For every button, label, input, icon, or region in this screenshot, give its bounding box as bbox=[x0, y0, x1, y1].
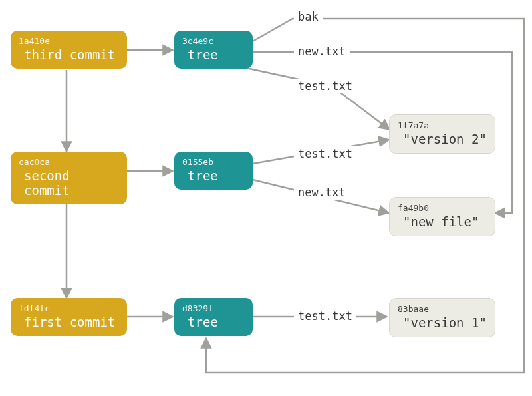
blob-hash: 1f7a7a bbox=[398, 120, 487, 130]
tree-title: tree bbox=[182, 315, 245, 329]
blob-node: fa49b0 "new file" bbox=[389, 197, 495, 236]
tree-title: tree bbox=[182, 47, 245, 62]
blob-title: "new file" bbox=[398, 214, 487, 229]
blob-hash: fa49b0 bbox=[398, 203, 487, 213]
blob-title: "version 1" bbox=[398, 315, 487, 330]
tree-node: 3c4e9c tree bbox=[174, 31, 253, 69]
edge-label-test-txt: test.txt bbox=[294, 146, 356, 161]
blob-node: 83baae "version 1" bbox=[389, 298, 495, 337]
commit-hash: cac0ca bbox=[19, 157, 119, 167]
blob-node: 1f7a7a "version 2" bbox=[389, 114, 495, 154]
blob-title: "version 2" bbox=[398, 132, 487, 146]
commit-title: third commit bbox=[19, 47, 119, 62]
tree-title: tree bbox=[182, 168, 245, 183]
tree-node: d8329f tree bbox=[174, 298, 253, 336]
tree-hash: 0155eb bbox=[182, 157, 245, 167]
commit-hash: 1a410e bbox=[19, 36, 119, 46]
blob-hash: 83baae bbox=[398, 304, 487, 314]
edge-label-bak: bak bbox=[294, 9, 323, 24]
edge-label-new-txt: new.txt bbox=[294, 44, 350, 59]
commit-node: 1a410e third commit bbox=[11, 31, 127, 69]
commit-hash: fdf4fc bbox=[19, 303, 119, 313]
edge-label-new-txt: new.txt bbox=[294, 185, 350, 200]
edge-label-test-txt: test.txt bbox=[294, 79, 356, 93]
commit-node: fdf4fc first commit bbox=[11, 298, 127, 336]
edge-label-test-txt: test.txt bbox=[294, 309, 356, 323]
tree-hash: 3c4e9c bbox=[182, 36, 245, 46]
tree-hash: d8329f bbox=[182, 303, 245, 313]
commit-title: second commit bbox=[19, 168, 119, 198]
tree-node: 0155eb tree bbox=[174, 152, 253, 190]
commit-title: first commit bbox=[19, 315, 119, 329]
commit-node: cac0ca second commit bbox=[11, 152, 127, 204]
